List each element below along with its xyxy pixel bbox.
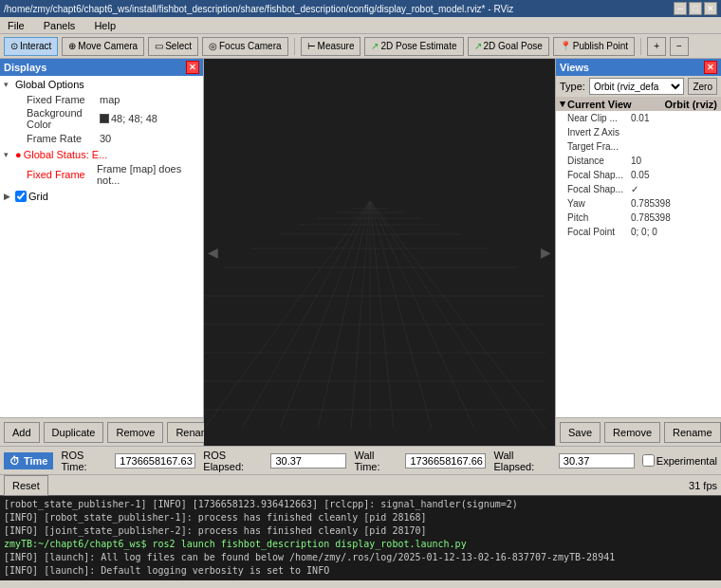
- global-status-arrow: ▾: [4, 150, 15, 159]
- goal-icon: ↗: [474, 41, 482, 51]
- bg-color-swatch[interactable]: [100, 114, 109, 123]
- frame-rate-row: Frame Rate 30: [0, 131, 203, 145]
- grid-checkbox[interactable]: [15, 191, 27, 202]
- pose-icon: ↗: [371, 41, 379, 51]
- menu-panels[interactable]: Panels: [40, 19, 80, 32]
- save-view-button[interactable]: Save: [560, 422, 601, 443]
- console-line: [INFO] [robot_state_publisher-1]: proces…: [4, 511, 717, 524]
- publish-point-button[interactable]: 📍 Publish Point: [553, 37, 635, 56]
- measure-button[interactable]: ⊢ Measure: [301, 37, 361, 56]
- pose-2d-button[interactable]: ↗ 2D Pose Estimate: [364, 37, 463, 56]
- ros-elapsed-value: 30.37: [270, 453, 346, 469]
- toolbar: ⊙ Interact ⊕ Move Camera ▭ Select ◎ Focu…: [0, 34, 721, 59]
- view-prop-name: Near Clip ...: [560, 113, 631, 123]
- grid-svg: [204, 59, 555, 446]
- add-button[interactable]: Add: [4, 422, 40, 443]
- main-area: Displays ✕ ▾ Global Options Fixed Frame …: [0, 59, 721, 446]
- global-options-row[interactable]: ▾ Global Options: [0, 77, 203, 92]
- current-view-header: ▾ Current View Orbit (rviz): [556, 97, 721, 111]
- console-command: zmyTB:~/chapt6/chapt6_ws$ ros2 launch fi…: [4, 539, 467, 549]
- remove-display-button[interactable]: Remove: [107, 422, 163, 443]
- view-prop-name: Focal Point: [560, 227, 631, 237]
- move-camera-button[interactable]: ⊕ Move Camera: [62, 37, 144, 56]
- view-prop-value: 0.05: [631, 170, 649, 180]
- view-prop-name: Yaw: [560, 198, 631, 209]
- close-button[interactable]: ✕: [704, 2, 717, 15]
- menubar: File Panels Help: [0, 17, 721, 34]
- views-type-select[interactable]: Orbit (rviz_defa: [589, 78, 685, 95]
- views-header: Views ✕: [556, 59, 721, 76]
- views-zero-button[interactable]: Zero: [688, 78, 717, 95]
- ros-time-value: 1736658167.63: [115, 453, 195, 469]
- view-properties: Near Clip ...0.01Invert Z AxisTarget Fra…: [556, 111, 721, 239]
- duplicate-button[interactable]: Duplicate: [44, 422, 104, 443]
- wall-elapsed-value: 30.37: [559, 453, 635, 469]
- plus-button[interactable]: +: [647, 37, 666, 56]
- view-prop-name: Focal Shap...: [560, 170, 631, 180]
- wall-elapsed-field: Wall Elapsed: 30.37: [493, 450, 634, 472]
- titlebar: /home/zmy/chapt6/chapt6_ws/install/fishb…: [0, 0, 721, 17]
- focus-camera-button[interactable]: ◎ Focus Camera: [202, 37, 288, 56]
- ros-time-field: ROS Time: 1736658167.63: [61, 450, 195, 472]
- displays-close-button[interactable]: ✕: [186, 61, 199, 74]
- reset-row: Reset 31 fps: [0, 474, 721, 495]
- publish-icon: 📍: [560, 41, 571, 51]
- views-panel: Views ✕ Type: Orbit (rviz_defa Zero ▾ Cu…: [555, 59, 721, 446]
- grid-row[interactable]: ▶ Grid: [0, 189, 203, 204]
- displays-panel: Displays ✕ ▾ Global Options Fixed Frame …: [0, 59, 204, 446]
- toolbar-separator-2: [640, 38, 641, 55]
- view-prop-value: ✓: [631, 184, 638, 194]
- rename-view-button[interactable]: Rename: [664, 422, 721, 443]
- console-line: [INFO] [launch]: All log files can be fo…: [4, 551, 717, 564]
- view-prop-row: Target Fra...: [556, 139, 721, 154]
- clock-icon: ⏱: [9, 455, 20, 467]
- time-panel: ⏱ Time ROS Time: 1736658167.63 ROS Elaps…: [0, 446, 721, 474]
- viewport-left-arrow[interactable]: ◀: [208, 245, 218, 260]
- bg-color-row: Background Color 48; 48; 48: [0, 106, 203, 131]
- global-status-item: ▾ ● Global Status: E... Fixed Frame Fram…: [0, 146, 203, 188]
- view-prop-name: Distance: [560, 156, 631, 166]
- goal-2d-button[interactable]: ↗ 2D Goal Pose: [468, 37, 549, 56]
- views-type-row: Type: Orbit (rviz_defa Zero: [556, 76, 721, 97]
- remove-view-button[interactable]: Remove: [604, 422, 660, 443]
- global-options-item: ▾ Global Options Fixed Frame map Backgro…: [0, 76, 203, 146]
- menu-help[interactable]: Help: [90, 19, 120, 32]
- global-status-row[interactable]: ▾ ● Global Status: E...: [0, 147, 203, 162]
- minimize-button[interactable]: ─: [674, 2, 687, 15]
- wall-time-value: 1736658167.66: [405, 453, 486, 469]
- view-prop-name: Invert Z Axis: [560, 127, 631, 138]
- views-content: ▾ Current View Orbit (rviz) Near Clip ..…: [556, 97, 721, 417]
- view-prop-value: 0.01: [631, 113, 649, 123]
- maximize-button[interactable]: □: [689, 2, 702, 15]
- menu-file[interactable]: File: [4, 19, 28, 32]
- grid-item: ▶ Grid: [0, 188, 203, 205]
- error-icon: ●: [15, 149, 22, 160]
- view-prop-name: Target Fra...: [560, 141, 631, 152]
- ros-elapsed-field: ROS Elapsed: 30.37: [203, 450, 346, 472]
- time-header: ⏱ Time: [4, 452, 53, 469]
- interact-button[interactable]: ⊙ Interact: [4, 37, 58, 56]
- views-close-button[interactable]: ✕: [704, 61, 717, 74]
- view-prop-row: Invert Z Axis: [556, 125, 721, 139]
- fixed-frame-error-row: Fixed Frame Frame [map] does not...: [0, 162, 203, 187]
- camera-icon: ⊕: [68, 41, 76, 51]
- view-prop-value: 0.785398: [631, 212, 671, 223]
- views-buttons: Save Remove Rename: [556, 417, 721, 446]
- viewport[interactable]: ◀ ▶: [204, 59, 555, 446]
- fixed-frame-row: Fixed Frame map: [0, 92, 203, 106]
- toolbar-separator-1: [294, 38, 295, 55]
- viewport-right-arrow[interactable]: ▶: [541, 245, 551, 260]
- displays-buttons: Add Duplicate Remove Rename: [0, 417, 203, 446]
- view-prop-value: 0.785398: [631, 198, 671, 209]
- titlebar-controls: ─ □ ✕: [674, 2, 717, 15]
- experimental-checkbox[interactable]: [642, 454, 655, 467]
- console-panel[interactable]: [robot_state_publisher-1] [INFO] [173665…: [0, 495, 721, 580]
- reset-button[interactable]: Reset: [4, 475, 48, 496]
- current-view-arrow: ▾: [560, 98, 565, 110]
- console-line: zmyTB:~/chapt6/chapt6_ws$ ros2 launch fi…: [4, 538, 717, 551]
- experimental-checkbox-label[interactable]: Experimental: [642, 454, 717, 467]
- select-button[interactable]: ▭ Select: [148, 37, 198, 56]
- minus-button[interactable]: −: [670, 37, 689, 56]
- measure-icon: ⊢: [307, 41, 316, 51]
- svg-rect-0: [204, 59, 555, 446]
